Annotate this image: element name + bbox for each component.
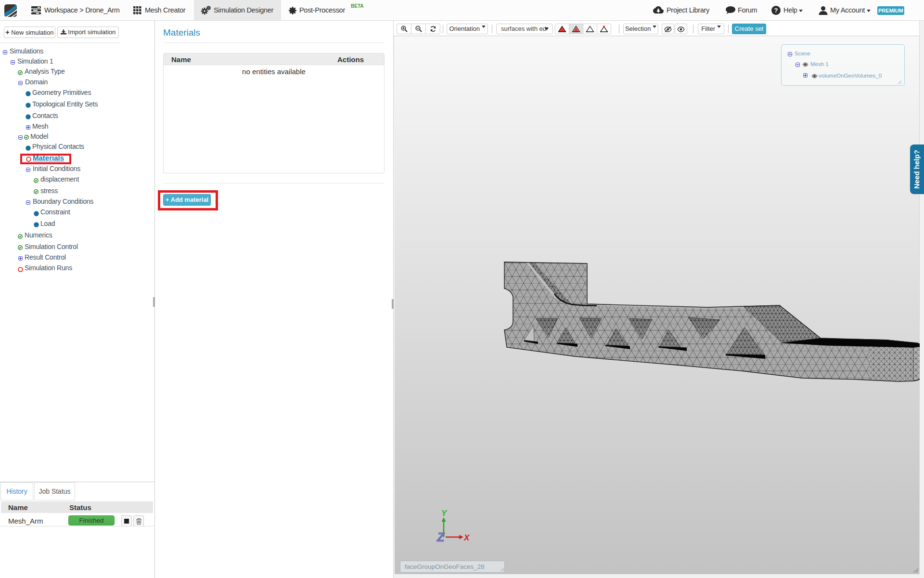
svg-text:Z: Z <box>436 530 445 542</box>
svg-text:Y: Y <box>441 509 448 518</box>
svg-text:X: X <box>463 533 470 542</box>
svg-text:?: ? <box>774 7 778 14</box>
